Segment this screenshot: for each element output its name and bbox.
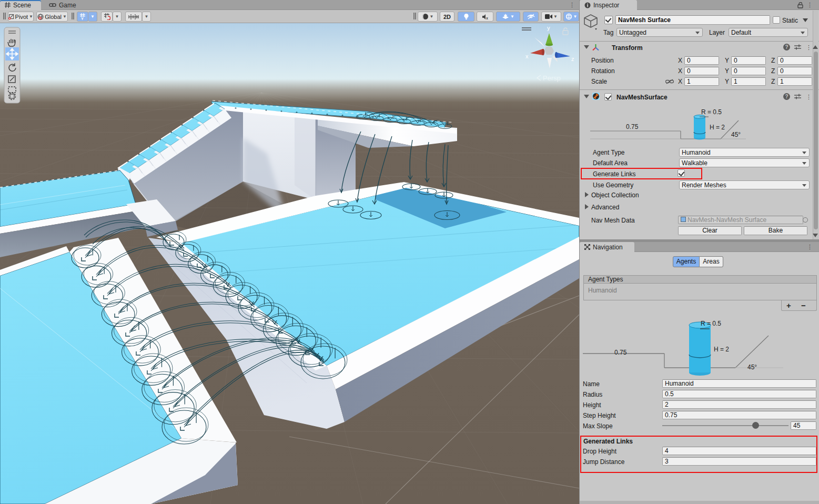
svg-text:0.75: 0.75	[626, 123, 639, 130]
svg-text:H = 2: H = 2	[710, 124, 725, 131]
svg-text:Y: Y	[81, 16, 84, 21]
svg-text:x: x	[525, 53, 529, 59]
svg-text:0.75: 0.75	[614, 349, 627, 356]
svg-text:45°: 45°	[747, 364, 757, 371]
svg-text:Persp: Persp	[543, 74, 561, 82]
svg-text:z: z	[571, 56, 574, 62]
svg-text:R = 0.5: R = 0.5	[701, 108, 722, 116]
svg-text:x: x	[486, 16, 488, 20]
svg-text:H = 2: H = 2	[714, 346, 729, 353]
svg-text:R = 0.5: R = 0.5	[701, 320, 721, 327]
svg-text:y: y	[547, 25, 550, 31]
svg-text:45°: 45°	[731, 131, 741, 138]
